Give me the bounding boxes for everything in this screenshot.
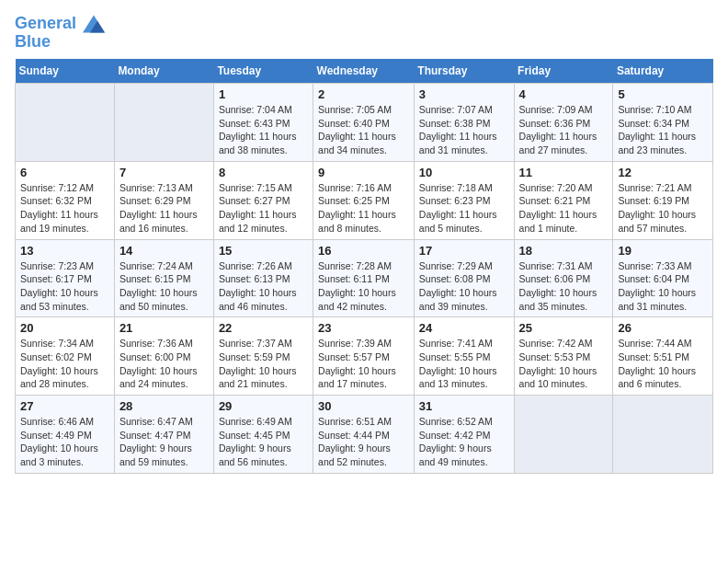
cell-info: Daylight: 11 hours and 38 minutes. [219, 130, 308, 156]
cell-info: Sunset: 6:06 PM [519, 272, 609, 286]
calendar-cell: 10Sunrise: 7:18 AMSunset: 6:23 PMDayligh… [414, 161, 514, 239]
cell-info: Sunset: 6:43 PM [219, 117, 308, 131]
day-number: 4 [519, 87, 609, 101]
calendar-cell: 31Sunrise: 6:52 AMSunset: 4:42 PMDayligh… [414, 396, 514, 474]
header-row: SundayMondayTuesdayWednesdayThursdayFrid… [16, 59, 713, 84]
cell-info: Daylight: 11 hours and 27 minutes. [519, 130, 609, 156]
cell-info: Daylight: 9 hours and 49 minutes. [419, 442, 509, 468]
calendar-cell: 11Sunrise: 7:20 AMSunset: 6:21 PMDayligh… [514, 161, 613, 239]
calendar-cell: 13Sunrise: 7:23 AMSunset: 6:17 PMDayligh… [16, 239, 115, 317]
calendar-cell [16, 84, 115, 162]
calendar-cell: 3Sunrise: 7:07 AMSunset: 6:38 PMDaylight… [414, 84, 514, 162]
cell-info: Sunrise: 7:31 AM [519, 259, 609, 273]
cell-info: Daylight: 11 hours and 8 minutes. [318, 208, 409, 235]
calendar-cell: 20Sunrise: 7:34 AMSunset: 6:02 PMDayligh… [16, 317, 115, 396]
calendar-cell: 29Sunrise: 6:49 AMSunset: 4:45 PMDayligh… [213, 396, 313, 474]
cell-info: Sunrise: 7:37 AM [219, 337, 308, 350]
day-number: 12 [618, 166, 708, 179]
calendar-cell [514, 396, 613, 474]
day-number: 16 [318, 244, 409, 258]
calendar-cell: 27Sunrise: 6:46 AMSunset: 4:49 PMDayligh… [16, 396, 115, 474]
day-number: 13 [20, 244, 109, 258]
calendar-cell: 19Sunrise: 7:33 AMSunset: 6:04 PMDayligh… [613, 239, 713, 317]
cell-info: Sunset: 6:11 PM [318, 272, 409, 286]
cell-info: Sunset: 6:15 PM [119, 272, 209, 286]
calendar-cell: 14Sunrise: 7:24 AMSunset: 6:15 PMDayligh… [114, 239, 213, 317]
cell-info: Daylight: 10 hours and 31 minutes. [618, 286, 708, 313]
cell-info: Sunset: 6:00 PM [119, 350, 209, 364]
cell-info: Sunrise: 7:18 AM [419, 181, 509, 195]
cell-info: Daylight: 10 hours and 39 minutes. [419, 286, 509, 313]
cell-info: Daylight: 10 hours and 50 minutes. [119, 286, 209, 313]
day-number: 15 [219, 244, 308, 258]
cell-info: Sunrise: 7:39 AM [318, 337, 409, 350]
cell-info: Sunrise: 6:47 AM [119, 415, 209, 429]
col-header-friday: Friday [514, 59, 613, 84]
day-number: 18 [519, 244, 609, 258]
day-number: 1 [219, 87, 308, 101]
day-number: 9 [318, 166, 409, 179]
day-number: 30 [318, 399, 409, 413]
cell-info: Sunset: 4:49 PM [20, 429, 109, 442]
logo: General Blue [15, 15, 105, 52]
cell-info: Sunrise: 7:36 AM [119, 337, 209, 350]
cell-info: Sunrise: 7:24 AM [119, 259, 209, 273]
calendar-cell: 21Sunrise: 7:36 AMSunset: 6:00 PMDayligh… [114, 317, 213, 396]
cell-info: Daylight: 10 hours and 24 minutes. [119, 364, 209, 391]
day-number: 22 [219, 321, 308, 335]
cell-info: Daylight: 11 hours and 31 minutes. [419, 130, 509, 156]
cell-info: Sunrise: 7:04 AM [219, 103, 308, 117]
cell-info: Sunrise: 7:23 AM [20, 259, 109, 273]
cell-info: Sunset: 6:23 PM [419, 194, 509, 208]
week-row-3: 13Sunrise: 7:23 AMSunset: 6:17 PMDayligh… [16, 239, 713, 317]
cell-info: Daylight: 10 hours and 28 minutes. [20, 364, 109, 391]
cell-info: Daylight: 9 hours and 59 minutes. [119, 442, 209, 468]
cell-info: Sunrise: 7:21 AM [618, 181, 708, 195]
col-header-tuesday: Tuesday [213, 59, 313, 84]
cell-info: Sunset: 6:08 PM [419, 272, 509, 286]
cell-info: Sunrise: 6:51 AM [318, 415, 409, 429]
logo-icon [83, 15, 105, 33]
calendar-cell: 1Sunrise: 7:04 AMSunset: 6:43 PMDaylight… [213, 84, 313, 162]
cell-info: Sunrise: 7:29 AM [419, 259, 509, 273]
cell-info: Sunset: 6:27 PM [219, 194, 308, 208]
col-header-wednesday: Wednesday [313, 59, 415, 84]
calendar-cell: 12Sunrise: 7:21 AMSunset: 6:19 PMDayligh… [613, 161, 713, 239]
calendar-cell: 25Sunrise: 7:42 AMSunset: 5:53 PMDayligh… [514, 317, 613, 396]
cell-info: Daylight: 10 hours and 3 minutes. [20, 442, 109, 468]
cell-info: Sunset: 6:02 PM [20, 350, 109, 364]
col-header-saturday: Saturday [613, 59, 713, 84]
day-number: 29 [219, 399, 308, 413]
calendar-cell: 4Sunrise: 7:09 AMSunset: 6:36 PMDaylight… [514, 84, 613, 162]
cell-info: Sunset: 6:36 PM [519, 117, 609, 131]
day-number: 23 [318, 321, 409, 335]
calendar-table: SundayMondayTuesdayWednesdayThursdayFrid… [15, 59, 713, 474]
cell-info: Daylight: 9 hours and 52 minutes. [318, 442, 409, 468]
cell-info: Daylight: 10 hours and 42 minutes. [318, 286, 409, 313]
cell-info: Daylight: 11 hours and 34 minutes. [318, 130, 409, 156]
calendar-cell: 15Sunrise: 7:26 AMSunset: 6:13 PMDayligh… [213, 239, 313, 317]
cell-info: Daylight: 10 hours and 17 minutes. [318, 364, 409, 391]
page-header: General Blue [15, 15, 713, 52]
day-number: 17 [419, 244, 509, 258]
calendar-cell: 6Sunrise: 7:12 AMSunset: 6:32 PMDaylight… [16, 161, 115, 239]
day-number: 19 [618, 244, 708, 258]
cell-info: Sunset: 5:51 PM [618, 350, 708, 364]
cell-info: Daylight: 10 hours and 46 minutes. [219, 286, 308, 313]
day-number: 20 [20, 321, 109, 335]
cell-info: Sunset: 5:53 PM [519, 350, 609, 364]
col-header-monday: Monday [114, 59, 213, 84]
calendar-cell: 18Sunrise: 7:31 AMSunset: 6:06 PMDayligh… [514, 239, 613, 317]
calendar-cell [114, 84, 213, 162]
week-row-1: 1Sunrise: 7:04 AMSunset: 6:43 PMDaylight… [16, 84, 713, 162]
cell-info: Sunrise: 7:20 AM [519, 181, 609, 195]
calendar-cell: 22Sunrise: 7:37 AMSunset: 5:59 PMDayligh… [213, 317, 313, 396]
day-number: 26 [618, 321, 708, 335]
cell-info: Daylight: 10 hours and 13 minutes. [419, 364, 509, 391]
week-row-4: 20Sunrise: 7:34 AMSunset: 6:02 PMDayligh… [16, 317, 713, 396]
cell-info: Sunrise: 7:44 AM [618, 337, 708, 350]
cell-info: Sunrise: 6:49 AM [219, 415, 308, 429]
cell-info: Daylight: 9 hours and 56 minutes. [219, 442, 308, 468]
cell-info: Sunset: 6:25 PM [318, 194, 409, 208]
cell-info: Sunset: 5:59 PM [219, 350, 308, 364]
